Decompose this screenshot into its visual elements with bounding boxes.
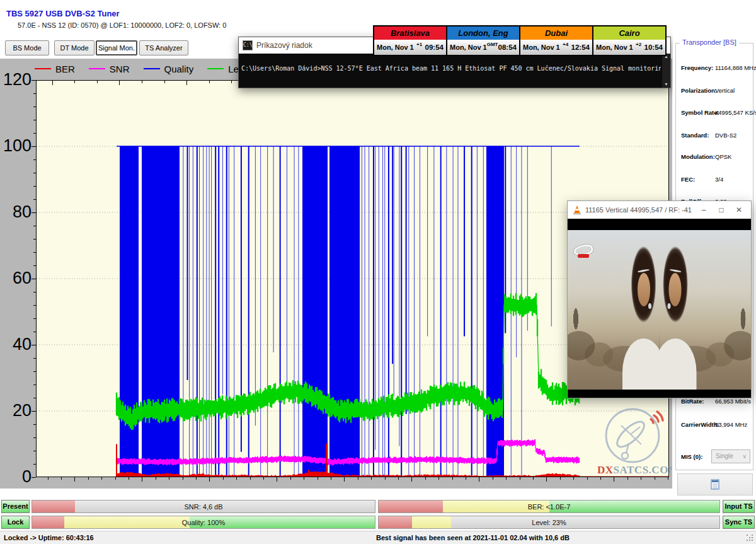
cmd-prompt-line[interactable]: C:\Users\Roman Dávid>NSS 12-57°E_East Af… [241, 65, 661, 72]
sync-ts-button[interactable]: Sync TS [723, 516, 755, 529]
vlc-player-window[interactable]: 11165 Vertical 44995,547 / RF: -41 SNR: … [567, 200, 752, 398]
bar-value-label: Level: 23% [379, 516, 719, 528]
present-button[interactable]: Present [1, 500, 30, 513]
y-axis-label: 100 [0, 137, 32, 154]
transponder-field-frequency: Frequency:11164,888 MHz [676, 64, 753, 73]
legend-line-swatch [35, 68, 51, 69]
y-axis-label: 120 [0, 71, 32, 88]
field-label: Frequency: [681, 64, 713, 71]
field-value: 44995,547 KS/s [715, 109, 756, 116]
best-signal-status: Best signal has been seen at 2021-11-01 … [376, 534, 570, 541]
maximize-button[interactable]: □ [714, 205, 728, 214]
ber-progress-bar: BER: <1.0E-7 [378, 500, 720, 513]
clock-date: Mon, Nov 1 [450, 43, 487, 51]
field-value: DVB-S2 [715, 132, 736, 139]
dt-mode-button[interactable]: DT Mode [54, 40, 94, 55]
log-button[interactable] [677, 473, 753, 495]
cmd-icon: C:\ [243, 40, 253, 50]
ts-analyzer-button[interactable]: TS Analyzer (OK) [139, 40, 188, 55]
field-label: BitRate: [681, 398, 704, 405]
clock-date: Mon, Nov 1 [523, 43, 560, 51]
y-axis-label: 80 [0, 203, 32, 221]
chevron-down-icon: ∨ [742, 450, 747, 463]
field-value: Vertical [715, 87, 735, 94]
field-value: QPSK [715, 153, 731, 160]
y-axis-label: 20 [0, 402, 32, 419]
mis-selected-value: Single [716, 453, 733, 460]
signal-mon-tab-button[interactable]: Signal Mon. [96, 40, 137, 55]
clock-time: 08:54 [498, 43, 517, 51]
transponder-field-polarization: Polarization:Vertical [676, 87, 753, 96]
video-area [568, 219, 751, 398]
input-ts-button[interactable]: Input TS [723, 500, 755, 513]
clock-city-label: London, Eng [447, 26, 519, 40]
transponder-field-symbol-rate: Symbol Rate:44995,547 KS/s [676, 109, 753, 118]
field-label: Modulation: [681, 153, 715, 160]
legend-item-snr: SNR [89, 64, 130, 74]
clock-time: 09:54 [425, 43, 444, 51]
vlc-titlebar[interactable]: 11165 Vertical 44995,547 / RF: -41 SNR: … [568, 201, 751, 219]
cmd-scroll-down-icon[interactable]: ▼ [664, 81, 668, 88]
clock-time-row: Mon, Nov 1GMT08:54 [447, 40, 519, 55]
clock-cairo[interactable]: CairoMon, Nov 1+210:54 [592, 25, 667, 56]
clock-utc-offset: +2 [636, 42, 641, 47]
field-label: Polarization: [681, 87, 717, 94]
clock-utc-offset: +1 [416, 42, 422, 47]
channel-logo [574, 245, 593, 259]
lock-button[interactable]: Lock [1, 516, 30, 529]
bar-value-label: Quality: 100% [32, 516, 375, 528]
vlc-window-title: 11165 Vertical 44995,547 / RF: -41 SNR: … [585, 206, 693, 214]
clock-time-row: Mon, Nov 1+210:54 [593, 40, 665, 55]
video-mirror-right [660, 230, 752, 390]
clock-time: 12:54 [571, 43, 590, 51]
field-value: 66,953 Mbit/s [715, 398, 751, 405]
legend-label: Quality [164, 64, 194, 74]
video-frame [568, 230, 751, 390]
close-button[interactable]: ✕ [732, 205, 746, 214]
field-value: 53,994 MHz [715, 421, 747, 428]
clock-time: 10:54 [644, 43, 663, 51]
bs-mode-button[interactable]: BS Mode [5, 40, 49, 55]
clock-bratislava[interactable]: BratislavaMon, Nov 1+109:54 [373, 25, 447, 56]
status-bar: Locked -> Uptime: 60:43:16 Best signal h… [0, 531, 756, 544]
chart-legend: BERSNRQualityLevel [35, 61, 251, 77]
y-axis-label: 0 [0, 468, 32, 485]
list-icon [710, 479, 720, 490]
clock-date: Mon, Nov 1 [596, 43, 633, 51]
field-label: Symbol Rate: [681, 109, 719, 116]
clock-london-eng[interactable]: London, EngMon, Nov 1GMT08:54 [446, 25, 520, 56]
field-value: 11164,888 MHz [715, 64, 756, 71]
level-progress-bar: Level: 23% [378, 516, 720, 529]
field-value: 3/4 [715, 176, 723, 183]
bar-value-label: BER: <1.0E-7 [379, 501, 719, 512]
legend-label: BER [55, 64, 75, 74]
dxsatcs-watermark-logo: DXSATCS.COM [596, 407, 672, 477]
y-axis-label: 60 [0, 269, 32, 287]
clock-city-label: Bratislava [374, 26, 446, 40]
clock-date: Mon, Nov 1 [377, 43, 414, 51]
clock-city-label: Cairo [593, 26, 665, 40]
legend-line-swatch [144, 68, 160, 69]
transponder-field-bitrate: BitRate:66,953 Mbit/s [676, 398, 753, 407]
legend-item-ber: BER [35, 64, 75, 74]
cmd-scrollbar[interactable]: ▲ ▼ [662, 54, 670, 88]
lock-uptime-status: Locked -> Uptime: 60:43:16 [4, 534, 94, 541]
field-label: Standard: [681, 132, 709, 139]
world-clocks-widget: BratislavaMon, Nov 1+109:54London, EngMo… [373, 25, 667, 56]
clock-city-label: Dubai [520, 26, 592, 40]
bar-value-label: SNR: 4,6 dB [32, 501, 375, 512]
minimize-button[interactable]: – [697, 205, 711, 214]
tuner-subtitle: 57.0E - NSS 12 (ID: 0570) @ LOF1: 100000… [18, 21, 226, 29]
mis-label: MIS (0): [681, 453, 702, 460]
quality-progress-bar: Quality: 100% [32, 516, 375, 529]
cmd-window-title: Príkazový riadok [256, 41, 312, 50]
mis-select[interactable]: Single ∨ [711, 449, 750, 463]
transponder-field-modulation: Modulation:QPSK [676, 153, 753, 162]
resize-grip[interactable] [747, 535, 753, 541]
transponder-group-title: Transponder [BS] [680, 38, 739, 46]
clock-utc-offset: GMT [487, 42, 498, 47]
field-label: FEC: [681, 176, 695, 183]
transponder-field-standard: Standard:DVB-S2 [676, 132, 753, 141]
clock-dubai[interactable]: DubaiMon, Nov 1+412:54 [519, 25, 593, 56]
legend-label: SNR [110, 64, 130, 74]
